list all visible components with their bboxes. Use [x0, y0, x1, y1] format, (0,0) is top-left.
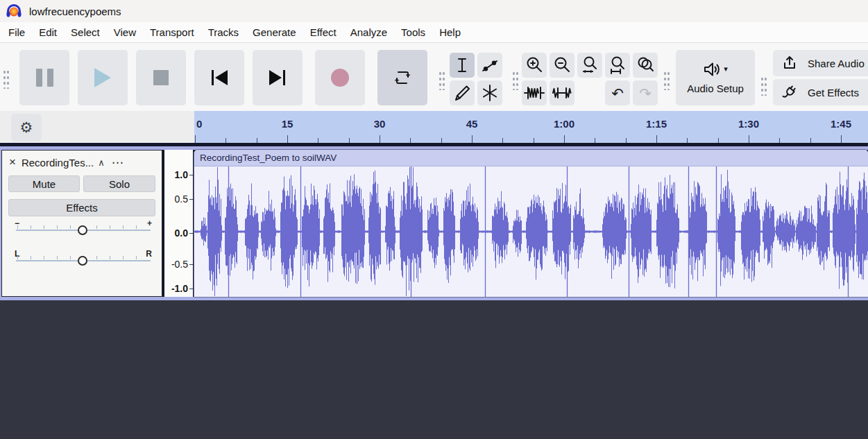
pause-icon [36, 69, 53, 87]
menu-item-transport[interactable]: Transport [143, 26, 201, 38]
timeline-tick [564, 135, 565, 143]
window-title: lowfrecuencypoems [29, 6, 121, 17]
track-menu-icon[interactable]: ⋯ [112, 155, 124, 170]
timeline-tick [472, 135, 473, 143]
toolbar-area: ↶ ↷ ▾ Audio Setup Share Audio [0, 43, 868, 111]
pause-button[interactable] [19, 50, 69, 105]
edit-toolbar-grip[interactable] [512, 69, 519, 90]
zoom-in-button[interactable] [522, 53, 547, 78]
redo-button[interactable]: ↷ [633, 80, 658, 105]
loop-icon [391, 67, 414, 88]
track-name[interactable]: RecordingTes... [22, 157, 94, 169]
multi-tool-icon [480, 83, 500, 103]
scale-tick [189, 289, 193, 289]
zoom-toggle-button[interactable] [633, 53, 658, 78]
envelope-icon [480, 56, 500, 74]
menu-item-generate[interactable]: Generate [246, 26, 303, 38]
pan-slider-thumb[interactable] [78, 256, 87, 266]
track-row: × RecordingTes... ∧ ⋯ Mute Solo Effects … [0, 146, 868, 300]
fit-selection-icon [580, 55, 599, 75]
loop-button[interactable] [377, 50, 427, 105]
share-audio-icon [781, 55, 798, 71]
tools-toolbar-grip[interactable] [439, 69, 445, 90]
gain-slider[interactable]: − + [16, 220, 151, 238]
record-button[interactable] [315, 50, 365, 105]
menu-item-file[interactable]: File [1, 26, 32, 38]
play-icon [94, 68, 111, 87]
gear-icon: ⚙ [20, 119, 33, 136]
menu-item-select[interactable]: Select [64, 26, 107, 38]
envelope-tool-button[interactable] [477, 53, 502, 78]
timeline-options-button[interactable]: ⚙ [11, 114, 42, 141]
solo-button[interactable]: Solo [83, 175, 155, 192]
timeline-label: 45 [466, 118, 478, 130]
collapse-track-icon[interactable]: ∧ [98, 157, 105, 168]
timeline-tick [626, 138, 627, 143]
timeline-tick [257, 138, 257, 143]
get-effects-button[interactable]: Get Effects [773, 79, 868, 105]
zoom-out-icon [552, 55, 572, 75]
clip-header[interactable]: RecordingTest_Poem to soilWAV [194, 150, 868, 166]
scale-tick [189, 233, 193, 234]
multi-tool-button[interactable] [477, 80, 502, 105]
timeline-label: 0 [196, 118, 202, 130]
transport-toolbar-grip[interactable] [3, 68, 10, 89]
pan-slider[interactable]: L R [16, 250, 151, 268]
gain-slider-thumb[interactable] [78, 225, 87, 235]
fit-selection-button[interactable] [577, 53, 602, 78]
menu-item-edit[interactable]: Edit [32, 26, 64, 38]
close-track-icon[interactable]: × [9, 155, 16, 169]
timeline-ruler[interactable]: 01530451:001:151:301:45 [194, 111, 868, 143]
waveform-canvas[interactable] [194, 166, 868, 297]
audio-setup-caret-icon: ▾ [724, 64, 728, 74]
mute-button[interactable]: Mute [8, 175, 80, 192]
audio-setup-grip[interactable] [663, 69, 670, 90]
timeline-label: 1:00 [554, 118, 575, 130]
title-bar: lowfrecuencypoems [0, 0, 868, 22]
timeline-tick [410, 138, 411, 143]
play-button[interactable] [78, 50, 128, 105]
audio-setup-button[interactable]: ▾ Audio Setup [676, 50, 755, 105]
track-control-panel: × RecordingTes... ∧ ⋯ Mute Solo Effects … [1, 150, 162, 297]
timeline-tick [534, 138, 534, 143]
draw-tool-button[interactable] [450, 80, 475, 105]
share-audio-button[interactable]: Share Audio [773, 50, 868, 76]
skip-to-end-button[interactable] [253, 50, 303, 105]
silence-audio-button[interactable] [550, 80, 575, 105]
menu-item-tracks[interactable]: Tracks [201, 26, 246, 38]
zoom-out-button[interactable] [550, 53, 575, 78]
undo-button[interactable]: ↶ [605, 80, 630, 105]
workspace-background [0, 300, 868, 439]
menu-item-effect[interactable]: Effect [303, 26, 343, 38]
selection-tool-button[interactable] [450, 53, 475, 78]
timeline-tick [810, 138, 811, 143]
menu-item-analyze[interactable]: Analyze [343, 26, 394, 38]
timeline-label: 15 [282, 118, 293, 130]
timeline-label: 1:30 [738, 118, 759, 130]
effects-button[interactable]: Effects [8, 199, 155, 216]
timeline-tick [318, 138, 318, 143]
timeline-tick [287, 135, 288, 143]
menu-item-tools[interactable]: Tools [394, 26, 432, 38]
timeline-label: 30 [374, 118, 386, 130]
clip-title: RecordingTest_Poem to soilWAV [200, 153, 337, 163]
stop-button[interactable] [136, 50, 186, 105]
skip-to-start-button[interactable] [194, 50, 244, 105]
record-icon [331, 69, 349, 87]
menu-item-help[interactable]: Help [432, 26, 468, 38]
timeline-tick [195, 135, 196, 143]
trim-audio-icon [523, 84, 545, 102]
skip-to-end-icon [267, 69, 288, 87]
skip-to-start-icon [209, 69, 230, 87]
scale-label: 0.0 [175, 227, 188, 239]
fit-project-button[interactable] [605, 53, 630, 78]
vertical-scale-ruler[interactable]: 1.00.50.0-0.5-1.0 [164, 150, 193, 297]
menu-item-view[interactable]: View [107, 26, 143, 38]
timeline-tick [380, 135, 380, 143]
share-toolbar-grip[interactable] [760, 75, 767, 96]
timeline-tick [749, 135, 749, 143]
trim-audio-button[interactable] [522, 80, 547, 105]
stop-icon [153, 70, 169, 85]
timeline-row: ⚙ 01530451:001:151:301:45 [0, 111, 868, 146]
audio-clip[interactable]: RecordingTest_Poem to soilWAV [194, 150, 868, 297]
